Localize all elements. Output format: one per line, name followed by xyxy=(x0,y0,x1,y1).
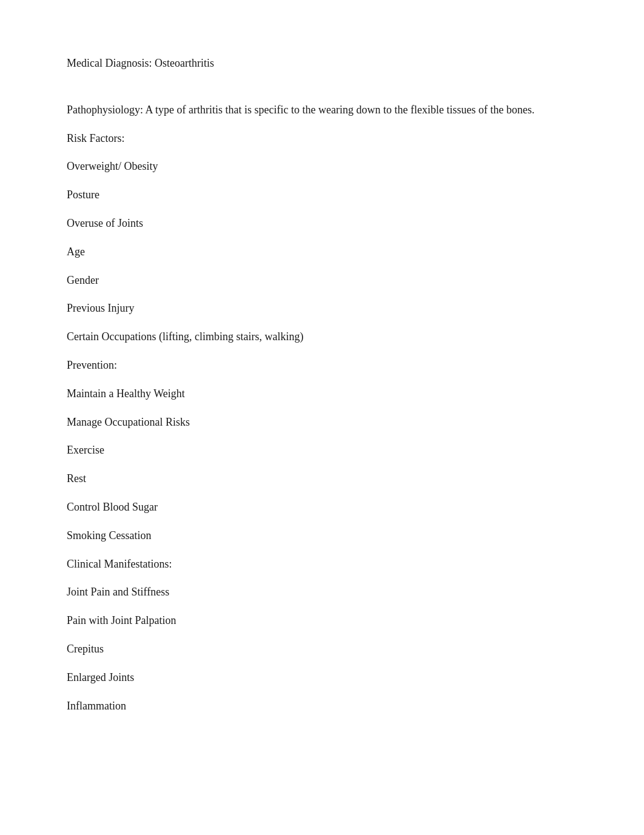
clinical-item-3: Enlarged Joints xyxy=(67,669,577,686)
clinical-item-1: Pain with Joint Palpation xyxy=(67,612,577,629)
risk-factor-item-4: Gender xyxy=(67,272,577,289)
pathophysiology-label: Pathophysiology: xyxy=(67,104,143,116)
risk-factor-item-2: Overuse of Joints xyxy=(67,215,577,232)
risk-factor-item-0: Overweight/ Obesity xyxy=(67,158,577,175)
prevention-item-0: Maintain a Healthy Weight xyxy=(67,385,577,403)
medical-diagnosis-label: Medical Diagnosis: xyxy=(67,57,152,69)
medical-diagnosis-line: Medical Diagnosis: Osteoarthritis xyxy=(67,55,577,72)
risk-factor-item-5: Previous Injury xyxy=(67,300,577,317)
prevention-item-2: Exercise xyxy=(67,441,577,459)
risk-factor-item-1: Posture xyxy=(67,186,577,204)
spacer-1 xyxy=(67,83,577,101)
clinical-item-0: Joint Pain and Stiffness xyxy=(67,583,577,601)
clinical-item-2: Crepitus xyxy=(67,640,577,658)
risk-factor-item-3: Age xyxy=(67,243,577,261)
clinical-item-4: Inflammation xyxy=(67,697,577,715)
prevention-item-4: Control Blood Sugar xyxy=(67,498,577,516)
prevention-label: Prevention: xyxy=(67,357,577,374)
prevention-item-1: Manage Occupational Risks xyxy=(67,414,577,431)
prevention-item-5: Smoking Cessation xyxy=(67,527,577,545)
main-content: Medical Diagnosis: Osteoarthritis Pathop… xyxy=(67,55,577,725)
pathophysiology-text: A type of arthritis that is specific to … xyxy=(146,104,535,116)
medical-diagnosis-value: Osteoarthritis xyxy=(155,57,214,69)
clinical-manifestations-label: Clinical Manifestations: xyxy=(67,555,577,573)
risk-factor-item-6: Certain Occupations (lifting, climbing s… xyxy=(67,328,577,346)
risk-factors-label: Risk Factors: xyxy=(67,130,577,147)
prevention-item-3: Rest xyxy=(67,470,577,488)
pathophysiology-line: Pathophysiology: A type of arthritis tha… xyxy=(67,101,577,119)
